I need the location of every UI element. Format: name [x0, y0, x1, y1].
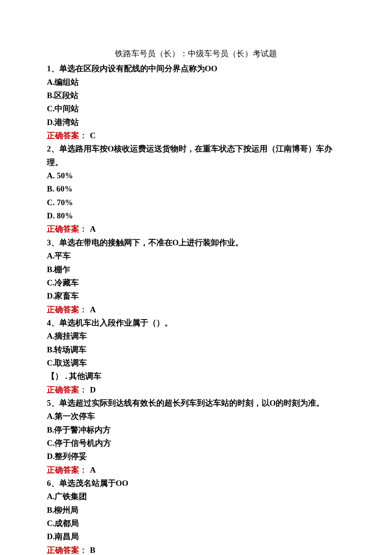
question-text: 1、单选在区段内设有配线的中间分界点称为OO: [47, 62, 345, 75]
question-text: 4、单选机车出入段作业属于（）。: [47, 316, 345, 329]
answer-line: 正确答案：B: [47, 543, 345, 555]
question-option: B. 60%: [47, 182, 345, 195]
question-option: D.整列停妥: [47, 450, 345, 463]
question-option: 【） . 其他调车: [47, 369, 345, 383]
question-option: C.成都局: [47, 517, 345, 530]
question-option: B.柳州局: [47, 503, 345, 517]
answer-value: A: [90, 224, 96, 233]
question-option: D. 80%: [47, 209, 345, 222]
question-option: A.广铁集团: [47, 490, 345, 503]
question-block-5: 5、单选超过实际到达线有效长的超长列车到达车站的时刻，以O的时刻为准。 A.第一…: [47, 396, 345, 477]
question-option: C. 70%: [47, 196, 345, 209]
question-block-3: 3、单选在带电的接触网下，不准在O上进行装卸作业。 A.平车 B.棚乍 C.冷藏…: [47, 236, 345, 316]
question-text: 2、单选路用车按O核收运费运送货物时，在重车状态下按运用（江南博哥）车办理。: [47, 142, 345, 169]
question-option: B.停于警冲标内方: [47, 423, 345, 436]
question-text: 6、单选茂名站属于OO: [47, 477, 345, 490]
question-option: D.南昌局: [47, 530, 345, 543]
question-option: A.摘挂调车: [47, 329, 345, 343]
question-option: B.转场调车: [47, 343, 345, 356]
answer-line: 正确答案：A: [47, 222, 345, 235]
question-block-1: 1、单选在区段内设有配线的中间分界点称为OO A.编组站 B.区段站 C.中间站…: [47, 62, 345, 142]
answer-value: A: [90, 305, 96, 314]
question-option: D.港湾站: [47, 116, 345, 129]
answer-line: 正确答案：A: [47, 303, 345, 316]
question-option: A. 50%: [47, 169, 345, 182]
question-option: A.编组站: [47, 76, 345, 89]
answer-label: 正确答案：: [47, 465, 87, 474]
answer-value: B: [90, 546, 95, 555]
question-option: A.第一次停车: [47, 410, 345, 423]
question-block-6: 6、单选茂名站属于OO A.广铁集团 B.柳州局 C.成都局 D.南昌局 正确答…: [47, 477, 345, 555]
question-option: C.停于信号机内方: [47, 436, 345, 450]
question-option: B.区段站: [47, 89, 345, 102]
answer-value: A: [90, 465, 96, 474]
question-option: C.取送调车: [47, 356, 345, 369]
question-option: B.棚乍: [47, 263, 345, 276]
answer-value: D: [90, 385, 96, 394]
page-title: 铁路车号员（长）：中级车号员（长）考试题: [47, 47, 345, 60]
answer-line: 正确答案：C: [47, 129, 345, 142]
question-option: C.冷藏车: [47, 276, 345, 289]
question-text: 3、单选在带电的接触网下，不准在O上进行装卸作业。: [47, 236, 345, 249]
answer-line: 正确答案：D: [47, 383, 345, 396]
question-block-2: 2、单选路用车按O核收运费运送货物时，在重车状态下按运用（江南博哥）车办理。 A…: [47, 142, 345, 235]
answer-label: 正确答案：: [47, 131, 87, 140]
answer-label: 正确答案：: [47, 546, 87, 555]
question-option: A.平车: [47, 249, 345, 262]
question-option: C.中间站: [47, 102, 345, 115]
question-block-4: 4、单选机车出入段作业属于（）。 A.摘挂调车 B.转场调车 C.取送调车 【）…: [47, 316, 345, 396]
document-page: 铁路车号员（长）：中级车号员（长）考试题 1、单选在区段内设有配线的中间分界点称…: [0, 0, 392, 555]
answer-label: 正确答案：: [47, 305, 87, 314]
answer-label: 正确答案：: [47, 385, 87, 394]
answer-line: 正确答案：A: [47, 463, 345, 477]
question-text: 5、单选超过实际到达线有效长的超长列车到达车站的时刻，以O的时刻为准。: [47, 396, 345, 410]
answer-label: 正确答案：: [47, 224, 87, 233]
question-option: D.家畜车: [47, 289, 345, 302]
answer-value: C: [90, 131, 96, 140]
